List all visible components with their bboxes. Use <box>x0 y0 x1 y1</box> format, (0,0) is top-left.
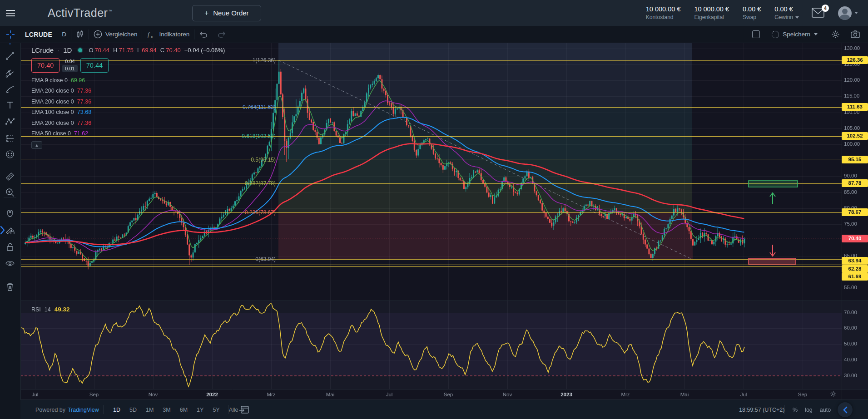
legend-collapse-button[interactable]: ▲ <box>31 141 42 149</box>
chevron-down-icon <box>854 12 858 14</box>
indicator-legend-row[interactable]: EMA 50 close 071.62 <box>31 130 225 137</box>
powered-by: Powered by TradingView <box>35 400 99 419</box>
toolbar-separator <box>4 159 16 159</box>
indicator-legend-row[interactable]: EMA 200 close 077.36 <box>31 99 225 105</box>
zoom-in-icon <box>5 187 15 197</box>
buy-button[interactable]: 70.44 <box>80 58 109 73</box>
indicator-label: EMA 200 close 0 <box>31 99 74 105</box>
ohlc-value: 69.94 <box>142 47 157 54</box>
chart-style-button[interactable] <box>71 30 89 39</box>
legend-interval[interactable]: 1D <box>63 46 72 54</box>
time-axis-label: Sep <box>798 392 807 397</box>
last-price-badge: 70.40 <box>842 235 868 242</box>
indicator-value: 73.68 <box>77 109 91 115</box>
tool-trend-line[interactable] <box>0 49 20 63</box>
time-axis-label: Sep <box>89 392 99 397</box>
range-button-1d[interactable]: 1D <box>109 405 124 415</box>
axis-settings-icon[interactable] <box>830 390 837 399</box>
auto-scale-toggle[interactable]: auto <box>820 407 831 413</box>
save-layout-button[interactable]: Speichern <box>767 31 822 38</box>
account-stat: 10 000.00 €Eigenkapital <box>694 5 729 20</box>
sell-button[interactable]: 70.40 <box>31 58 60 73</box>
range-button-5y[interactable]: 5Y <box>209 405 223 415</box>
inbox-badge: 4 <box>822 5 829 12</box>
indicator-legend-row[interactable]: EMA 200 close 077.36 <box>31 120 225 126</box>
tool-xabcd-pattern[interactable] <box>0 114 20 129</box>
symbol-button[interactable]: LCRUDE <box>20 31 57 38</box>
trend-line-icon <box>5 51 15 61</box>
collapse-panel-button[interactable] <box>838 402 853 417</box>
avatar <box>838 6 852 20</box>
account-menu[interactable] <box>838 6 858 20</box>
camera-icon <box>851 30 860 38</box>
tool-lock-all[interactable] <box>0 240 20 254</box>
range-button-1y[interactable]: 1Y <box>193 405 207 415</box>
ohlc-key: O <box>89 47 93 54</box>
range-button-6m[interactable]: 6M <box>176 405 191 415</box>
chart-toolbar: LCRUDE D Vergleichen fx Indikatoren <box>0 26 868 43</box>
indicator-legend-row[interactable]: EMA 100 close 073.68 <box>31 109 225 115</box>
snapshot-button[interactable] <box>849 30 862 38</box>
tool-delete[interactable] <box>0 280 20 294</box>
indicator-legend-row[interactable]: EMA 9 close 069.96 <box>31 77 225 84</box>
new-order-button[interactable]: + Neue Order <box>192 5 261 21</box>
tool-zoom-in[interactable] <box>0 185 20 200</box>
interval-button[interactable]: D <box>57 31 71 38</box>
xabcd-pattern-icon <box>5 117 15 127</box>
layout-select-checkbox[interactable] <box>752 30 760 38</box>
crosshair-icon <box>6 30 15 39</box>
stat-value: 10 000.00 € <box>646 5 681 13</box>
lock-all-icon <box>5 242 15 252</box>
chevron-down-icon[interactable] <box>795 16 799 19</box>
brush-icon <box>5 84 15 94</box>
tool-magnet[interactable] <box>0 207 20 222</box>
price-axis-label: 105.00 <box>844 125 860 131</box>
main-menu-icon[interactable] <box>0 0 20 26</box>
tool-text[interactable] <box>0 98 20 113</box>
tool-long-position[interactable] <box>0 131 20 146</box>
range-button-3m[interactable]: 3M <box>159 405 174 415</box>
ohlc-value: 70.40 <box>166 47 181 54</box>
fib-price-badge: 126.36 <box>842 56 868 64</box>
time-axis-label: Jul <box>740 392 747 397</box>
inbox-icon[interactable]: 4 <box>812 8 825 19</box>
tool-fib-retracement[interactable] <box>0 66 20 80</box>
time-axis-label: 2023 <box>560 392 572 397</box>
price-axis-label: 75.00 <box>844 221 857 227</box>
left-panel-expand-icon[interactable] <box>0 225 5 237</box>
stat-value: 0.00 € <box>774 5 799 13</box>
tradingview-link[interactable]: TradingView <box>68 407 99 413</box>
time-axis-label: Mrz <box>621 392 630 397</box>
chart-settings-button[interactable] <box>829 30 842 39</box>
fib-price-badge: 87.78 <box>842 179 868 187</box>
rsi-axis-label: 50.00 <box>844 341 857 346</box>
time-axis-label: Nov <box>503 392 512 397</box>
indicator-label: EMA 9 close 0 <box>31 77 68 84</box>
tool-brush[interactable] <box>0 82 20 97</box>
candles-icon <box>76 30 84 39</box>
tool-ruler[interactable] <box>0 169 20 184</box>
indicator-legend-row[interactable]: EMA 200 close 077.36 <box>31 88 225 94</box>
crosshair-mode-button[interactable] <box>0 30 20 39</box>
fib-price-badge: 78.67 <box>842 208 868 216</box>
stat-label: Gewinn <box>774 14 799 20</box>
indicator-label: EMA 200 close 0 <box>31 120 74 126</box>
fib-price-badge: 62.28 <box>842 265 868 273</box>
range-button-5d[interactable]: 5D <box>126 405 140 415</box>
compare-button[interactable]: Vergleichen <box>89 30 142 39</box>
ohlc-key: H <box>113 47 117 54</box>
indicator-value: 71.62 <box>74 130 88 137</box>
tool-emoji[interactable] <box>0 147 20 162</box>
indicators-button[interactable]: fx Indikatoren <box>142 30 194 39</box>
range-button-1m[interactable]: 1M <box>142 405 157 415</box>
rsi-value: 49.32 <box>55 306 70 313</box>
log-scale-toggle[interactable]: log <box>805 407 813 413</box>
price-axis-label: 120.00 <box>844 77 860 83</box>
percent-scale-toggle[interactable]: % <box>793 407 798 413</box>
undo-button[interactable] <box>194 31 213 38</box>
goto-date-button[interactable] <box>239 400 249 419</box>
redo-button[interactable] <box>213 31 231 38</box>
legend-symbol[interactable]: LCrude <box>31 46 54 54</box>
time-axis-label: Nov <box>149 392 158 397</box>
tool-hide-all[interactable] <box>0 256 20 271</box>
